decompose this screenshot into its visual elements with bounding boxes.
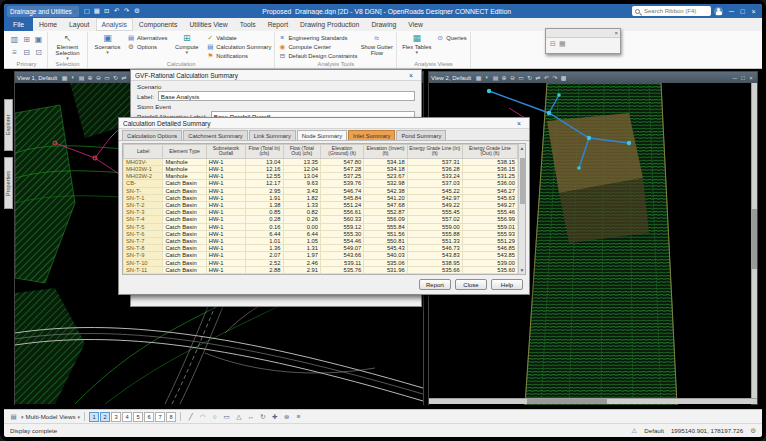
ribbon-tab[interactable]: Analysis	[96, 18, 133, 31]
adjust-view-icon[interactable]: ▤	[491, 74, 500, 81]
view-group-name[interactable]: Multi-Model Views	[26, 413, 76, 420]
view-toggle-button[interactable]: 4	[122, 412, 132, 422]
tool-settings-icon[interactable]: ⊟	[550, 40, 556, 48]
raster-manager-icon[interactable]: ⊡	[33, 47, 44, 58]
ribbon-tab[interactable]: Layout	[63, 18, 95, 31]
close-icon[interactable]: ×	[405, 72, 417, 79]
table-row[interactable]: SN-T-10 Catch Basin HW-1 2.52 2.46 539.1…	[124, 259, 518, 266]
column-header[interactable]: Energy Grade Line (In) (ft)	[407, 145, 462, 159]
engineering-standards-button[interactable]: ≡ Engineering Standards	[278, 35, 357, 43]
dialog-button[interactable]: Close	[455, 279, 487, 290]
table-row[interactable]: MH03W-1 Manhole HW-1 12.16 12.04 547.28 …	[124, 166, 518, 173]
zoom-in-icon[interactable]: ⊕	[500, 74, 509, 81]
validate-button[interactable]: ✓ Validate	[206, 35, 271, 43]
view-toggle-button[interactable]: 3	[111, 412, 121, 422]
dialog-button[interactable]: Report	[419, 279, 451, 290]
compute-button[interactable]: ⊞ Compute ▾	[170, 32, 203, 54]
column-header[interactable]: Flow (Total In) (cfs)	[246, 145, 283, 159]
move-icon[interactable]: ↔	[245, 413, 256, 421]
view-toggle-button[interactable]: 5	[133, 412, 143, 422]
rotate-view-icon[interactable]: ↻	[525, 74, 534, 81]
minimize-icon[interactable]: ─	[726, 8, 737, 15]
view-group-icon[interactable]: ▤	[8, 413, 19, 421]
options-button[interactable]: ⚙ Options	[127, 44, 167, 52]
close-icon[interactable]: ×	[513, 120, 525, 127]
close-icon[interactable]: ×	[748, 8, 759, 15]
fit-view-icon[interactable]: ▭	[517, 74, 526, 81]
place-arc-icon[interactable]: ◠	[197, 413, 208, 421]
detail-dialog-tab[interactable]: Node Summary	[297, 130, 347, 140]
column-header[interactable]: Elevation (Invert) (ft)	[364, 145, 407, 159]
detail-dialog-tab[interactable]: Pond Summary	[396, 130, 446, 140]
problems-icon[interactable]: ⚠	[631, 427, 637, 435]
ribbon-tab[interactable]: Report	[262, 18, 294, 31]
clip-volume-icon[interactable]: ▩	[559, 74, 568, 81]
tool-grid-icon[interactable]: ▦	[559, 40, 566, 48]
alternatives-button[interactable]: ▤ Alternatives	[127, 35, 167, 43]
table-row[interactable]: CB- Catch Basin HW-1 12.17 9.63 539.76 5…	[124, 180, 518, 187]
table-row[interactable]: SN-T-4 Catch Basin HW-1 0.28 0.26 560.33…	[124, 216, 518, 223]
compute-center-button[interactable]: ◉ Compute Center	[278, 44, 357, 52]
place-polygon-icon[interactable]: △	[233, 413, 244, 421]
table-row[interactable]: SN-T- Catch Basin HW-1 2.95 3.43 546.74 …	[124, 187, 518, 194]
properties-icon[interactable]: ⊟	[21, 47, 32, 58]
horizontal-scrollbar[interactable]	[429, 398, 757, 404]
column-header[interactable]: Flow (Total Out) (cfs)	[283, 145, 320, 159]
pan-view-icon[interactable]: ⇄	[534, 74, 543, 81]
vertical-scrollbar[interactable]	[751, 83, 757, 399]
maximize-icon[interactable]: □	[737, 8, 748, 15]
table-row[interactable]: SN-T-12 Catch Basin HW-1 3.23 3.48 533.4…	[124, 274, 518, 275]
view-undo-icon[interactable]: ↶	[542, 74, 551, 81]
detail-dialog-tab[interactable]: Inlet Summary	[348, 130, 395, 140]
table-scrollbar[interactable]: ▲ ▼	[518, 144, 525, 274]
zoom-in-icon[interactable]: ⊕	[86, 74, 95, 81]
table-row[interactable]: SN-T-2 Catch Basin HW-1 1.38 1.33 551.24…	[124, 202, 518, 209]
place-shape-icon[interactable]: ▭	[221, 413, 232, 421]
detail-dialog-tab[interactable]: Catchment Summary	[183, 130, 247, 140]
delete-icon[interactable]: ⊗	[281, 413, 292, 421]
ribbon-tab[interactable]: View	[402, 18, 429, 31]
table-row[interactable]: SN-T-9 Catch Basin HW-1 2.07 1.97 543.66…	[124, 252, 518, 259]
column-header[interactable]: Subnetwork Outfall	[206, 145, 245, 159]
view-redo-icon[interactable]: ↷	[551, 74, 560, 81]
table-row[interactable]: SN-T-1 Catch Basin HW-1 1.91 1.82 545.84…	[124, 194, 518, 201]
floating-toolbar[interactable]: × ⊟ ▦	[545, 28, 621, 54]
display-style-icon[interactable]: ◐	[69, 74, 78, 81]
table-row[interactable]: SN-T-11 Catch Basin HW-1 2.88 2.91 535.7…	[124, 266, 518, 273]
view-attributes-icon[interactable]: ▦	[60, 74, 69, 81]
view-toggle-button[interactable]: 1	[89, 412, 99, 422]
scenario-label-input[interactable]: Base Analysis	[158, 91, 415, 101]
ribbon-tab[interactable]: Drawing Production	[294, 18, 365, 31]
dialog-titlebar[interactable]: Calculation Detailed Summary ×	[119, 118, 529, 129]
pan-view-icon[interactable]: ⇄	[120, 74, 129, 81]
zoom-out-icon[interactable]: ⊖	[94, 74, 103, 81]
models-icon[interactable]: ▣	[33, 34, 44, 45]
print-icon[interactable]: ⊡	[102, 7, 111, 15]
redo-icon[interactable]: ↷	[122, 7, 131, 15]
settings-icon[interactable]: ⚙	[132, 7, 141, 15]
measure-icon[interactable]: ≡	[293, 413, 304, 421]
display-style-icon[interactable]: ◐	[483, 74, 492, 81]
close-icon[interactable]: ×	[614, 30, 618, 36]
dialog-button[interactable]: Help	[491, 279, 523, 290]
level-display-icon[interactable]: ≡	[9, 47, 20, 58]
adjust-view-icon[interactable]: ▤	[77, 74, 86, 81]
ribbon-tab[interactable]: Tools	[234, 18, 262, 31]
attach-tools-icon[interactable]: ⊞	[21, 34, 32, 45]
detail-dialog-tab[interactable]: Calculation Options	[122, 130, 182, 140]
search-input[interactable]	[642, 7, 708, 15]
table-row[interactable]: MH03W-2 Manhole HW-1 12.55 13.04 537.25 …	[124, 173, 518, 180]
chevron-down-icon[interactable]: ▾	[21, 415, 24, 419]
dialog-titlebar[interactable]: GVF-Rational Calculation Summary ×	[131, 70, 421, 81]
calculation-detailed-summary-dialog[interactable]: Calculation Detailed Summary × Calculati…	[118, 117, 530, 295]
column-header[interactable]: Label	[124, 145, 163, 159]
table-row[interactable]: SN-T-7 Catch Basin HW-1 1.01 1.05 554.46…	[124, 238, 518, 245]
maximize-icon[interactable]: □	[739, 75, 747, 81]
settings-icon[interactable]: ⚙	[750, 427, 756, 435]
ribbon-search[interactable]	[632, 6, 711, 16]
place-circle-icon[interactable]: ○	[209, 413, 220, 421]
view-toggle-button[interactable]: 2	[100, 412, 110, 422]
detail-dialog-tab[interactable]: Link Summary	[249, 130, 296, 140]
view-toggle-button[interactable]: 8	[166, 412, 176, 422]
column-header[interactable]: Elevation (Ground) (ft)	[320, 145, 363, 159]
